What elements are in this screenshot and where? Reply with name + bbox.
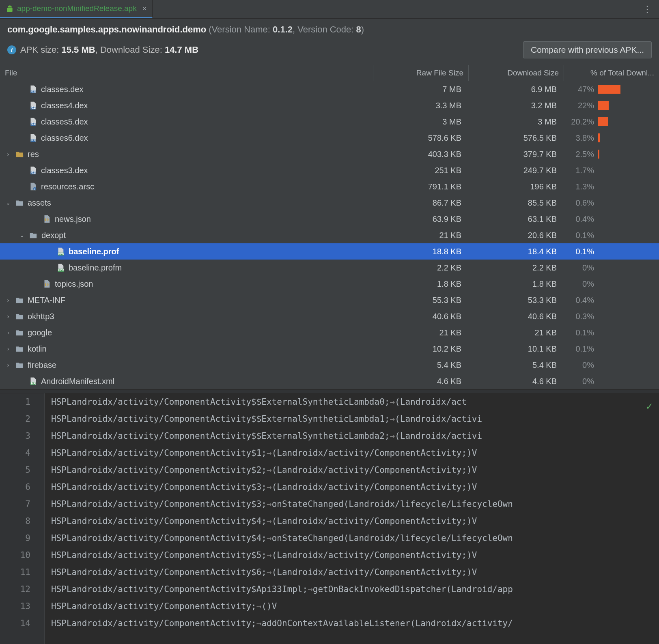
chevron-right-icon[interactable]: ›: [5, 151, 11, 157]
code-line[interactable]: HSPLandroidx/activity/ComponentActivity;…: [51, 615, 659, 632]
table-row[interactable]: ?resources.arsc791.1 KB196 KB1.3%: [0, 178, 659, 195]
col-download[interactable]: Download Size: [469, 65, 564, 81]
download-size: 21 KB: [469, 328, 564, 337]
download-size: 4.6 KB: [469, 377, 564, 386]
code-line[interactable]: HSPLandroidx/activity/ComponentActivity$…: [51, 393, 659, 410]
hpr-icon: HPR: [56, 247, 65, 256]
code-line[interactable]: HSPLandroidx/activity/ComponentActivity$…: [51, 496, 659, 513]
raw-size: 40.6 KB: [373, 312, 469, 321]
folder-icon: [15, 361, 24, 369]
dex-icon: 01: [28, 117, 37, 126]
compare-apk-button[interactable]: Compare with previous APK...: [523, 41, 652, 58]
line-number: 1: [0, 393, 30, 410]
code-line[interactable]: HSPLandroidx/activity/ComponentActivity$…: [51, 479, 659, 496]
file-name: META-INF: [28, 296, 65, 305]
table-row[interactable]: ›res403.3 KB379.7 KB2.5%: [0, 146, 659, 162]
code-line[interactable]: HSPLandroidx/activity/ComponentActivity$…: [51, 462, 659, 479]
download-size: 6.9 MB: [469, 85, 564, 94]
table-row[interactable]: 01classes3.dex251 KB249.7 KB1.7%: [0, 162, 659, 178]
pct: 0%: [564, 361, 598, 370]
table-row[interactable]: 01classes4.dex3.3 MB3.2 MB22%: [0, 97, 659, 114]
download-size: 20.6 KB: [469, 231, 564, 240]
pct-bar: [598, 150, 599, 159]
table-row[interactable]: HPRbaseline.profm2.2 KB2.2 KB0%: [0, 260, 659, 276]
col-raw[interactable]: Raw File Size: [373, 65, 469, 81]
table-row[interactable]: ›firebase5.4 KB5.4 KB0%: [0, 357, 659, 373]
svg-text:?: ?: [34, 187, 36, 191]
info-icon[interactable]: i: [7, 45, 16, 54]
pct-bar: [598, 117, 608, 126]
tab-title: app-demo-nonMinifiedRelease.apk: [17, 4, 137, 13]
code-lines[interactable]: HSPLandroidx/activity/ComponentActivity$…: [45, 393, 659, 644]
table-row[interactable]: ›okhttp340.6 KB40.6 KB0.3%: [0, 308, 659, 324]
pct: 0%: [564, 263, 598, 273]
code-line[interactable]: HSPLandroidx/activity/ComponentActivity$…: [51, 547, 659, 564]
download-size: 379.7 KB: [469, 150, 564, 159]
code-line[interactable]: HSPLandroidx/activity/ComponentActivity$…: [51, 581, 659, 598]
table-row[interactable]: ⌄assets86.7 KB85.5 KB0.6%: [0, 195, 659, 211]
arsc-icon: ?: [28, 182, 37, 191]
code-line[interactable]: HSPLandroidx/activity/ComponentActivity$…: [51, 410, 659, 427]
code-line[interactable]: HSPLandroidx/activity/ComponentActivity$…: [51, 530, 659, 547]
code-line[interactable]: HSPLandroidx/activity/ComponentActivity$…: [51, 513, 659, 530]
table-row[interactable]: ›kotlin10.2 KB10.1 KB0.1%: [0, 341, 659, 357]
pct: 1.3%: [564, 182, 598, 191]
table-row[interactable]: 01classes.dex7 MB6.9 MB47%: [0, 81, 659, 97]
file-name: res: [28, 150, 39, 159]
line-number: 11: [0, 564, 30, 581]
version-name: 0.1.2: [273, 24, 293, 34]
table-row[interactable]: ›META-INF55.3 KB53.3 KB0.4%: [0, 292, 659, 308]
chevron-right-icon[interactable]: ›: [5, 362, 11, 368]
tab-overflow-icon[interactable]: ⋮: [643, 0, 653, 18]
editor-tab[interactable]: app-demo-nonMinifiedRelease.apk ×: [0, 0, 153, 18]
table-row[interactable]: 01classes5.dex3 MB3 MB20.2%: [0, 114, 659, 130]
file-name: classes3.dex: [41, 166, 88, 175]
raw-size: 2.2 KB: [373, 263, 469, 273]
download-size: 3.2 MB: [469, 101, 564, 110]
table-row[interactable]: news.json63.9 KB63.1 KB0.4%: [0, 211, 659, 227]
download-size: 3 MB: [469, 117, 564, 127]
pct: 0.4%: [564, 296, 598, 305]
table-row[interactable]: ›google21 KB21 KB0.1%: [0, 324, 659, 341]
chevron-right-icon[interactable]: ›: [5, 313, 11, 320]
line-number: 3: [0, 427, 30, 444]
col-pct[interactable]: % of Total Downl...: [564, 65, 659, 81]
code-line[interactable]: HSPLandroidx/activity/ComponentActivity$…: [51, 564, 659, 581]
download-size: 249.7 KB: [469, 166, 564, 175]
dex-icon: 01: [28, 101, 37, 110]
chevron-right-icon[interactable]: ›: [5, 297, 11, 303]
chevron-right-icon[interactable]: ›: [5, 346, 11, 352]
code-line[interactable]: HSPLandroidx/activity/ComponentActivity$…: [51, 444, 659, 462]
raw-size: 1.8 KB: [373, 279, 469, 289]
hpr-icon: HPR: [56, 263, 65, 272]
json-icon: [42, 279, 51, 288]
download-size: 576.5 KB: [469, 133, 564, 143]
chevron-down-icon[interactable]: ⌄: [5, 200, 11, 206]
close-icon[interactable]: ×: [142, 4, 147, 13]
col-file[interactable]: File: [0, 65, 373, 81]
splitter[interactable]: [0, 389, 659, 393]
inspection-ok-icon[interactable]: ✓: [646, 397, 653, 414]
raw-size: 21 KB: [373, 231, 469, 240]
version-code-label: Version Code:: [297, 24, 353, 34]
svg-text:01: 01: [31, 106, 35, 109]
table-row[interactable]: topics.json1.8 KB1.8 KB0%: [0, 276, 659, 292]
version-name-label: Version Name:: [212, 24, 270, 34]
table-row[interactable]: HPRbaseline.prof18.8 KB18.4 KB0.1%: [0, 243, 659, 260]
code-line[interactable]: HSPLandroidx/activity/ComponentActivity;…: [51, 598, 659, 615]
table-row[interactable]: 01classes6.dex578.6 KB576.5 KB3.8%: [0, 130, 659, 146]
table-row[interactable]: ⌄dexopt21 KB20.6 KB0.1%: [0, 227, 659, 243]
chevron-down-icon[interactable]: ⌄: [19, 232, 25, 238]
pct-bar: [598, 101, 609, 110]
pct: 2.5%: [564, 150, 598, 159]
apk-summary: com.google.samples.apps.nowinandroid.dem…: [0, 19, 659, 36]
pct-bar-cell: [598, 101, 659, 110]
table-row[interactable]: MFAndroidManifest.xml4.6 KB4.6 KB0%: [0, 373, 659, 389]
pct: 0.1%: [564, 344, 598, 354]
file-name: okhttp3: [28, 312, 54, 321]
pct: 20.2%: [564, 117, 598, 127]
raw-size: 63.9 KB: [373, 215, 469, 224]
file-name: classes5.dex: [41, 117, 88, 127]
code-line[interactable]: HSPLandroidx/activity/ComponentActivity$…: [51, 427, 659, 444]
chevron-right-icon[interactable]: ›: [5, 329, 11, 336]
